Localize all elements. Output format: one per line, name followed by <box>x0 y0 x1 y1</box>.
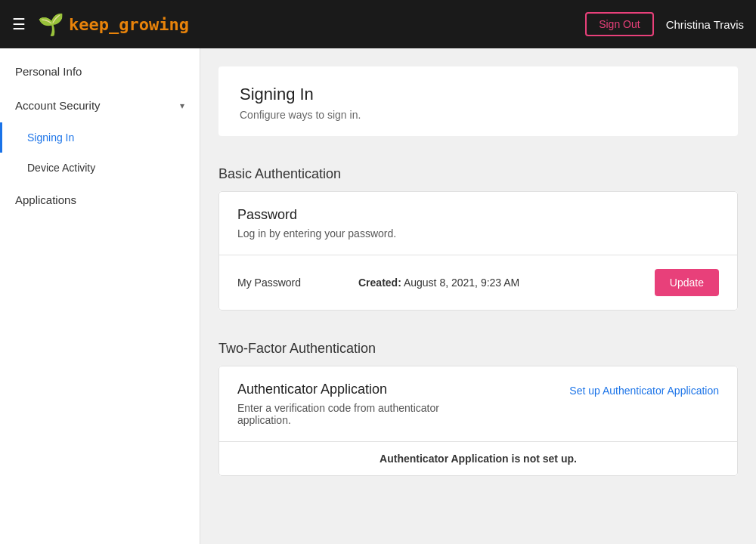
setup-authenticator-link[interactable]: Set up Authenticator Application <box>569 385 719 397</box>
created-label: Created: <box>358 277 401 289</box>
tfa-item-header: Authenticator Application Enter a verifi… <box>219 366 737 442</box>
tfa-card-inner: Authenticator Application Enter a verifi… <box>218 366 738 476</box>
sidebar: Personal Info Account Security ▾ Signing… <box>0 48 200 544</box>
page-header-card: Signing In Configure ways to sign in. <box>218 66 738 136</box>
signing-in-label: Signing In <box>27 131 74 144</box>
tfa-section-title: Two-Factor Authentication <box>218 329 738 366</box>
chevron-down-icon: ▾ <box>180 100 184 111</box>
tfa-app-info: Authenticator Application Enter a verifi… <box>237 382 494 426</box>
password-title: Password <box>237 207 719 223</box>
created-value: August 8, 2021, 9:23 AM <box>404 277 519 289</box>
tfa-card: Authenticator Application Enter a verifi… <box>218 366 738 476</box>
page-subtitle: Configure ways to sign in. <box>240 109 717 121</box>
user-name: Christina Travis <box>666 18 744 31</box>
device-activity-label: Device Activity <box>27 162 95 174</box>
layout: Personal Info Account Security ▾ Signing… <box>0 48 756 544</box>
header-right: Sign Out Christina Travis <box>585 12 744 36</box>
logo-icon: 🌱 <box>38 12 64 37</box>
tfa-app-description: Enter a verification code from authentic… <box>237 402 494 426</box>
sidebar-item-signing-in[interactable]: Signing In <box>0 122 200 153</box>
password-card-inner: Password Log in by entering your passwor… <box>218 191 738 311</box>
password-section: Password Log in by entering your passwor… <box>219 192 737 255</box>
applications-label: Applications <box>15 193 76 206</box>
sidebar-item-applications[interactable]: Applications <box>0 183 200 217</box>
sidebar-item-account-security[interactable]: Account Security ▾ <box>0 88 200 122</box>
sidebar-item-personal-info[interactable]: Personal Info <box>0 54 200 88</box>
header-left: ☰ 🌱 keep_growing <box>12 12 189 37</box>
page-title: Signing In <box>240 85 717 104</box>
logo: 🌱 keep_growing <box>38 12 189 37</box>
password-row: My Password Created: August 8, 2021, 9:2… <box>219 255 737 310</box>
tfa-status-text: Authenticator Application is not set up. <box>219 442 737 475</box>
password-card: Password Log in by entering your passwor… <box>218 191 738 311</box>
basic-auth-section-title: Basic Authentication <box>218 154 738 191</box>
update-password-button[interactable]: Update <box>655 269 719 296</box>
page-header: Signing In Configure ways to sign in. <box>218 66 738 136</box>
password-description: Log in by entering your password. <box>237 227 719 240</box>
tfa-app-title: Authenticator Application <box>237 382 494 397</box>
logo-text: keep_growing <box>69 15 189 34</box>
main-content: Signing In Configure ways to sign in. Ba… <box>200 48 756 544</box>
password-meta: Created: August 8, 2021, 9:23 AM <box>358 277 655 289</box>
my-password-label: My Password <box>237 277 358 289</box>
header: ☰ 🌱 keep_growing Sign Out Christina Trav… <box>0 0 756 48</box>
hamburger-icon[interactable]: ☰ <box>12 15 26 33</box>
personal-info-label: Personal Info <box>15 65 82 78</box>
sidebar-item-device-activity[interactable]: Device Activity <box>0 153 200 183</box>
account-security-label: Account Security <box>15 99 101 112</box>
sign-out-button[interactable]: Sign Out <box>585 12 653 36</box>
